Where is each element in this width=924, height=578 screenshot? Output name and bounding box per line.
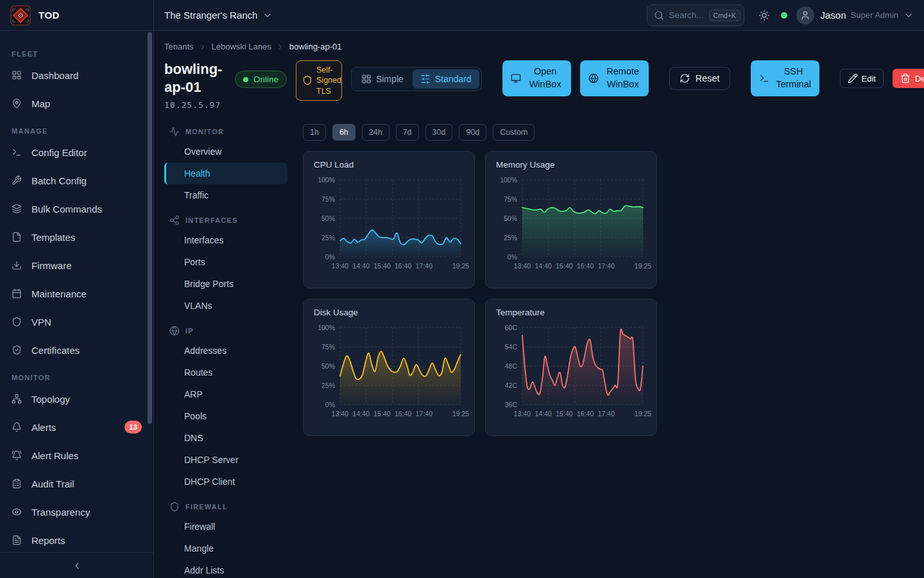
subnav-section-monitor: MONITOR <box>164 123 287 141</box>
time-range-custom[interactable]: Custom <box>493 124 535 141</box>
svg-text:14:40: 14:40 <box>353 262 370 270</box>
file-text-icon <box>12 535 22 545</box>
sidebar-item-alerts[interactable]: Alerts13 <box>0 413 153 441</box>
time-range-1h[interactable]: 1h <box>303 124 326 141</box>
subnav-item-traffic[interactable]: Traffic <box>164 184 287 206</box>
sidebar-section-monitor: MONITORTopologyAlerts13Alert RulesAudit … <box>0 374 153 554</box>
svg-text:16:40: 16:40 <box>395 410 411 417</box>
sidebar-item-label: Alerts <box>31 422 56 433</box>
svg-text:75%: 75% <box>504 195 517 203</box>
subnav-item-ports[interactable]: Ports <box>164 251 287 273</box>
sidebar-item-label: Maintenance <box>31 288 87 299</box>
wrench-icon <box>12 175 22 186</box>
sidebar-nav: FLEETDashboardMapMANAGEConfig EditorBatc… <box>0 50 153 554</box>
ssh-terminal-button[interactable]: SSH Terminal <box>751 60 819 96</box>
subnav-item-dhcp-server[interactable]: DHCP Server <box>164 449 287 471</box>
subnav-item-dhcp-client[interactable]: DHCP Client <box>164 471 287 493</box>
search-shortcut-badge: Cmd+K <box>709 10 740 21</box>
search-icon <box>654 10 664 21</box>
sidebar-scrollbar[interactable] <box>148 32 152 424</box>
subnav-item-vlans[interactable]: VLANs <box>164 295 287 317</box>
svg-text:42C: 42C <box>505 381 518 389</box>
svg-text:19:25: 19:25 <box>452 262 469 270</box>
sidebar-item-map[interactable]: Map <box>0 89 153 118</box>
chart-title: Memory Usage <box>496 160 555 170</box>
terminal-icon <box>12 147 22 157</box>
time-range-90d[interactable]: 90d <box>459 124 486 141</box>
subnav-item-health[interactable]: Health <box>164 162 287 184</box>
svg-text:19:25: 19:25 <box>635 410 651 417</box>
sidebar-item-bulk-commands[interactable]: Bulk Commands <box>0 195 153 223</box>
sidebar-item-audit-trail[interactable]: Audit Trail <box>0 469 153 498</box>
sidebar-item-firmware[interactable]: Firmware <box>0 251 153 279</box>
subnav-item-bridge-ports[interactable]: Bridge Ports <box>164 273 287 295</box>
subnav-item-mangle[interactable]: Mangle <box>164 538 287 559</box>
user-menu[interactable]: Jason Super Admin <box>796 6 914 24</box>
subnav-item-interfaces[interactable]: Interfaces <box>164 229 287 251</box>
shield-check-icon <box>12 345 22 355</box>
time-range-6h[interactable]: 6h <box>332 124 355 141</box>
shield-icon <box>12 317 22 327</box>
chevron-down-icon <box>903 10 914 21</box>
subnav-item-addresses[interactable]: Addresses <box>164 340 287 362</box>
subnav-item-pools[interactable]: Pools <box>164 405 287 427</box>
svg-text:14:40: 14:40 <box>535 262 552 270</box>
open-winbox-button[interactable]: Open WinBox <box>502 60 571 96</box>
sidebar-item-label: Transparency <box>31 507 90 518</box>
time-range-24h[interactable]: 24h <box>362 124 389 141</box>
sidebar-collapse-button[interactable] <box>0 552 153 578</box>
sidebar-section-label: MONITOR <box>0 374 153 381</box>
view-standard-button[interactable]: Standard <box>413 69 479 89</box>
device-title-block: bowling-ap-01 10.25.5.97 <box>164 60 226 110</box>
subnav-item-dns[interactable]: DNS <box>164 427 287 449</box>
svg-text:19:25: 19:25 <box>635 262 651 270</box>
network-icon <box>12 394 22 404</box>
sidebar-item-dashboard[interactable]: Dashboard <box>0 61 153 89</box>
svg-text:19:25: 19:25 <box>452 410 469 417</box>
sidebar-item-reports[interactable]: Reports <box>0 526 153 554</box>
tenant-selector[interactable]: The Stranger's Ranch <box>164 10 273 21</box>
subnav-section-label: MONITOR <box>185 128 224 136</box>
subnav-item-firewall[interactable]: Firewall <box>164 516 287 538</box>
breadcrumb-item-tenants[interactable]: Tenants <box>164 42 194 51</box>
sidebar-item-batch-config[interactable]: Batch Config <box>0 166 153 195</box>
edit-button[interactable]: Edit <box>840 69 884 88</box>
subnav-item-arp[interactable]: ARP <box>164 383 287 405</box>
breadcrumb-item-lebowski-lanes[interactable]: Lebowski Lanes <box>212 42 271 51</box>
sidebar-item-certificates[interactable]: Certificates <box>0 336 153 364</box>
view-simple-button[interactable]: Simple <box>354 69 411 89</box>
subnav-item-overview[interactable]: Overview <box>164 141 287 162</box>
time-range-30d[interactable]: 30d <box>425 124 453 141</box>
sidebar-item-label: Batch Config <box>31 175 87 186</box>
topbar-main: The Stranger's Ranch Search... Cmd+K Jas… <box>154 0 924 30</box>
sidebar-item-label: VPN <box>31 317 51 328</box>
chart-canvas-cpu-load: 100%75%50%25%0%13:4014:4015:4016:4017:40… <box>304 176 475 274</box>
search-input[interactable]: Search... Cmd+K <box>647 4 744 26</box>
svg-text:15:40: 15:40 <box>556 262 572 270</box>
monitor-icon <box>511 73 521 83</box>
sidebar-item-topology[interactable]: Topology <box>0 385 153 413</box>
remote-winbox-button[interactable]: Remote WinBox <box>580 60 649 96</box>
main-content: TenantsLebowski Lanesbowling-ap-01 bowli… <box>154 31 924 578</box>
pencil-icon <box>848 73 858 83</box>
sidebar-item-maintenance[interactable]: Maintenance <box>0 279 153 308</box>
subnav-item-routes[interactable]: Routes <box>164 362 287 383</box>
sidebar-item-templates[interactable]: Templates <box>0 223 153 251</box>
svg-text:48C: 48C <box>505 362 518 370</box>
sidebar-item-config-editor[interactable]: Config Editor <box>0 138 153 166</box>
subnav-section-label: FIREWALL <box>185 503 228 511</box>
topbar: TOD The Stranger's Ranch Search... Cmd+K… <box>0 0 924 31</box>
sidebar-section-label: MANAGE <box>0 127 153 135</box>
sidebar-item-transparency[interactable]: Transparency <box>0 498 153 526</box>
theme-toggle-button[interactable] <box>758 10 770 21</box>
sidebar-item-vpn[interactable]: VPN <box>0 308 153 336</box>
sidebar-item-alert-rules[interactable]: Alert Rules <box>0 441 153 469</box>
sidebar-item-label: Dashboard <box>31 70 78 81</box>
reset-button[interactable]: Reset <box>669 67 730 90</box>
chart-canvas-temperature: 60C54C48C42C36C13:4014:4015:4016:4017:40… <box>486 324 658 421</box>
time-range-7d[interactable]: 7d <box>396 124 419 141</box>
svg-text:25%: 25% <box>504 234 517 241</box>
delete-button[interactable]: Delete <box>893 69 924 88</box>
ssh-terminal-label: SSH Terminal <box>774 66 813 91</box>
subnav-item-addr-lists[interactable]: Addr Lists <box>164 559 287 578</box>
